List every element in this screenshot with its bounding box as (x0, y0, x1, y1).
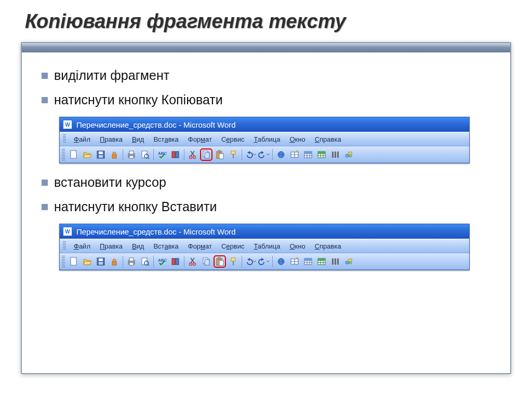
copy-button[interactable] (200, 148, 212, 161)
toolbar-separator (184, 149, 184, 160)
toolbar-grip (62, 256, 65, 267)
svg-rect-3 (99, 155, 103, 158)
svg-rect-22 (218, 150, 220, 153)
svg-rect-95 (337, 258, 339, 265)
bullet-marker (42, 204, 48, 210)
menu-view[interactable]: Вид (127, 241, 149, 252)
svg-rect-37 (304, 152, 312, 154)
svg-rect-13 (172, 152, 175, 158)
word-toolbar: ABC (60, 146, 469, 163)
svg-rect-51 (99, 258, 103, 261)
format-painter-button[interactable] (227, 255, 240, 268)
insert-excel-button[interactable] (315, 148, 328, 161)
bullet-text: натиснути кнопку Вставити (54, 199, 217, 214)
toolbar-separator (242, 256, 242, 267)
bullet-marker (42, 180, 48, 186)
menu-format[interactable]: Формат (183, 241, 217, 252)
svg-rect-8 (129, 156, 134, 158)
undo-button[interactable] (244, 255, 257, 268)
hyperlink-button[interactable] (275, 255, 287, 268)
svg-rect-93 (332, 258, 334, 265)
svg-rect-54 (112, 262, 116, 265)
menu-window[interactable]: Окно (285, 241, 310, 252)
word-doc-title: Перечисление_средств.doc - Microsoft Wor… (76, 227, 236, 236)
copy-button[interactable] (200, 255, 212, 268)
svg-rect-44 (332, 152, 334, 158)
redo-button[interactable] (258, 255, 270, 268)
word-toolbar: ABC (60, 253, 469, 270)
open-button[interactable] (81, 255, 94, 268)
menu-format[interactable]: Формат (183, 134, 217, 145)
toolbar-grip (62, 149, 65, 160)
format-painter-button[interactable] (227, 148, 240, 161)
svg-rect-86 (304, 258, 312, 260)
toolbar-separator (242, 149, 242, 160)
tables-borders-button[interactable] (288, 255, 301, 268)
open-button[interactable] (81, 148, 94, 161)
insert-table-button[interactable] (302, 148, 314, 161)
cut-button[interactable] (187, 255, 199, 268)
redo-button[interactable] (258, 148, 270, 161)
spelling-button[interactable]: ABC (156, 255, 168, 268)
research-button[interactable] (169, 148, 182, 161)
svg-rect-69 (205, 259, 209, 265)
print-button[interactable] (125, 148, 138, 161)
cut-button[interactable] (187, 148, 199, 161)
print-preview-button[interactable] (139, 255, 151, 268)
columns-button[interactable] (329, 148, 341, 161)
permission-button[interactable] (108, 255, 121, 268)
menu-insert[interactable]: Вставка (149, 241, 183, 252)
svg-point-47 (345, 154, 349, 157)
svg-point-66 (190, 263, 192, 265)
bullet-4: натиснути кнопку Вставити (42, 199, 490, 214)
svg-rect-92 (318, 258, 325, 260)
tables-borders-button[interactable] (288, 148, 301, 161)
save-button[interactable] (95, 148, 107, 161)
menu-help[interactable]: Справка (310, 134, 346, 145)
svg-rect-24 (231, 151, 235, 154)
save-button[interactable] (95, 255, 107, 268)
menu-table[interactable]: Таблица (249, 241, 285, 252)
undo-button[interactable] (244, 148, 257, 161)
menu-help[interactable]: Справка (310, 241, 346, 252)
print-button[interactable] (125, 255, 138, 268)
svg-rect-23 (219, 154, 223, 159)
drawing-button[interactable] (342, 255, 355, 268)
word-doc-title: Перечисление_средств.doc - Microsoft Wor… (76, 120, 236, 129)
new-doc-button[interactable] (68, 148, 80, 161)
menu-edit[interactable]: Правка (95, 241, 127, 252)
svg-rect-5 (112, 155, 116, 158)
svg-line-11 (148, 158, 149, 159)
new-doc-button[interactable] (68, 255, 80, 268)
menubar-grip (63, 241, 66, 251)
columns-button[interactable] (329, 255, 341, 268)
paste-button[interactable] (214, 255, 226, 268)
menu-tools[interactable]: Сервис (217, 241, 249, 252)
svg-point-96 (345, 261, 349, 264)
svg-rect-45 (335, 152, 336, 158)
word-titlebar: W Перечисление_средств.doc - Microsoft W… (60, 117, 469, 132)
spelling-button[interactable]: ABC (156, 148, 168, 161)
hyperlink-button[interactable] (275, 148, 287, 161)
bullet-text: встановити курсор (54, 175, 166, 190)
bullet-1: виділити фрагмент (42, 68, 490, 83)
drawing-button[interactable] (342, 148, 355, 161)
menu-tools[interactable]: Сервис (217, 134, 249, 145)
menu-table[interactable]: Таблица (249, 134, 285, 145)
menu-window[interactable]: Окно (285, 134, 310, 145)
menu-file[interactable]: Файл (69, 134, 95, 145)
menu-edit[interactable]: Правка (95, 134, 127, 145)
paste-button[interactable] (214, 148, 226, 161)
permission-button[interactable] (108, 148, 121, 161)
svg-rect-71 (218, 257, 220, 259)
svg-point-17 (190, 156, 192, 158)
print-preview-button[interactable] (139, 148, 151, 161)
svg-rect-57 (129, 263, 134, 265)
insert-table-button[interactable] (302, 255, 314, 268)
menu-insert[interactable]: Вставка (149, 134, 183, 145)
menu-view[interactable]: Вид (127, 134, 149, 145)
menu-file[interactable]: Файл (69, 241, 95, 252)
word-app-icon: W (63, 120, 72, 129)
insert-excel-button[interactable] (315, 255, 328, 268)
research-button[interactable] (169, 255, 182, 268)
